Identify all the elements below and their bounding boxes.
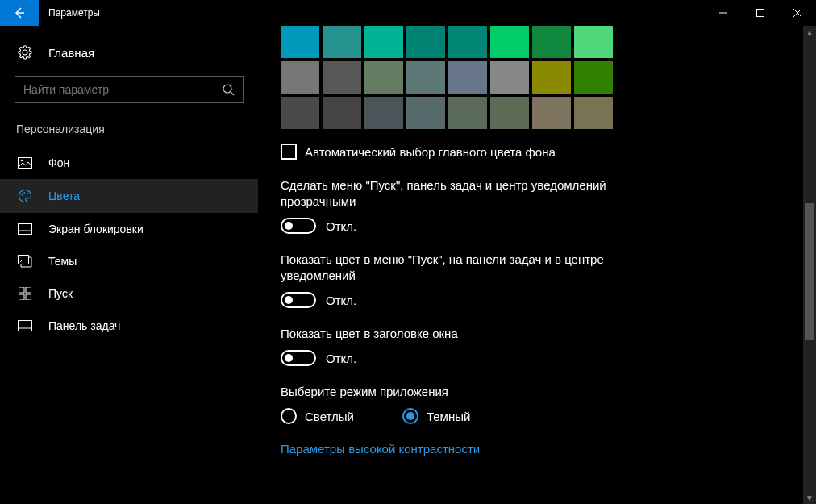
svg-point-11 bbox=[27, 193, 28, 194]
sidebar-item-label: Панель задач bbox=[48, 319, 120, 332]
sidebar-item-taskbar[interactable]: Панель задач bbox=[0, 310, 258, 342]
sidebar-item-lockscreen[interactable]: Экран блокировки bbox=[0, 213, 258, 245]
app-mode-section: Выберите режим приложения СветлыйТемный bbox=[281, 384, 627, 424]
sidebar-item-themes[interactable]: Темы bbox=[0, 245, 258, 277]
checkbox-label: Автоматический выбор главного цвета фона bbox=[305, 145, 556, 159]
toggle-label: Сделать меню "Пуск", панель задач и цент… bbox=[281, 177, 627, 210]
search-box[interactable] bbox=[15, 76, 244, 103]
color-swatch[interactable] bbox=[532, 61, 571, 94]
scroll-thumb[interactable] bbox=[805, 203, 814, 340]
svg-rect-7 bbox=[19, 158, 32, 169]
color-grid bbox=[281, 26, 816, 129]
color-swatch[interactable] bbox=[490, 97, 529, 129]
toggle-switch[interactable] bbox=[281, 350, 316, 366]
toggle-label: Показать цвет в заголовке окна bbox=[281, 326, 627, 342]
color-swatch[interactable] bbox=[532, 26, 571, 58]
svg-line-6 bbox=[231, 92, 234, 95]
svg-rect-17 bbox=[19, 294, 24, 300]
svg-point-9 bbox=[21, 194, 23, 196]
minimize-button[interactable] bbox=[705, 0, 742, 26]
radio-label: Темный bbox=[427, 410, 470, 423]
search-icon bbox=[222, 83, 235, 96]
color-swatch[interactable] bbox=[574, 97, 613, 129]
toggle-state: Откл. bbox=[326, 352, 356, 365]
window-title: Параметры bbox=[48, 7, 100, 19]
taskbar-icon bbox=[16, 320, 34, 331]
radio-button[interactable] bbox=[281, 408, 297, 424]
color-swatch[interactable] bbox=[406, 61, 445, 94]
color-swatch[interactable] bbox=[281, 97, 319, 129]
scroll-down-icon[interactable]: ▼ bbox=[803, 491, 816, 504]
toggle-switch[interactable] bbox=[281, 218, 316, 234]
titlebar: Параметры bbox=[0, 0, 816, 26]
color-swatch[interactable] bbox=[490, 26, 529, 58]
scroll-up-icon[interactable]: ▲ bbox=[803, 26, 816, 39]
color-swatch[interactable] bbox=[490, 61, 529, 94]
sidebar-item-label: Цвета bbox=[48, 190, 80, 202]
sidebar-item-label: Темы bbox=[48, 255, 77, 268]
color-swatch[interactable] bbox=[406, 97, 445, 129]
back-button[interactable] bbox=[0, 0, 39, 26]
svg-point-10 bbox=[23, 192, 25, 194]
app-mode-option[interactable]: Темный bbox=[402, 408, 470, 424]
svg-rect-15 bbox=[19, 287, 24, 293]
home-label: Главная bbox=[48, 46, 94, 60]
window-controls bbox=[705, 0, 816, 26]
gear-icon bbox=[16, 45, 34, 60]
toggle-state: Откл. bbox=[326, 219, 356, 233]
minimize-icon bbox=[719, 9, 727, 17]
sidebar-item-label: Фон bbox=[48, 156, 69, 169]
color-swatch[interactable] bbox=[532, 97, 571, 129]
sidebar-item-colors[interactable]: Цвета bbox=[0, 179, 258, 213]
home-button[interactable]: Главная bbox=[0, 37, 258, 68]
palette-icon bbox=[16, 189, 34, 203]
app-mode-label: Выберите режим приложения bbox=[281, 384, 627, 400]
radio-label: Светлый bbox=[305, 410, 354, 423]
auto-color-checkbox[interactable]: Автоматический выбор главного цвета фона bbox=[281, 144, 816, 160]
search-input[interactable] bbox=[23, 83, 222, 96]
maximize-button[interactable] bbox=[742, 0, 779, 26]
sidebar-item-start[interactable]: Пуск bbox=[0, 277, 258, 310]
svg-point-8 bbox=[21, 160, 23, 162]
svg-rect-14 bbox=[19, 256, 29, 264]
themes-icon bbox=[16, 255, 34, 268]
radio-button[interactable] bbox=[402, 408, 418, 424]
checkbox-box[interactable] bbox=[281, 144, 297, 160]
color-swatch[interactable] bbox=[364, 26, 403, 58]
color-swatch[interactable] bbox=[406, 26, 445, 58]
color-swatch[interactable] bbox=[281, 26, 319, 58]
app-mode-option[interactable]: Светлый bbox=[281, 408, 354, 424]
toggle-label: Показать цвет в меню "Пуск", на панели з… bbox=[281, 252, 627, 284]
color-swatch[interactable] bbox=[281, 61, 319, 94]
color-swatch[interactable] bbox=[323, 61, 361, 94]
start-icon bbox=[16, 287, 34, 300]
main-panel: Автоматический выбор главного цвета фона… bbox=[258, 26, 816, 504]
svg-point-5 bbox=[223, 85, 231, 93]
svg-rect-12 bbox=[19, 224, 32, 235]
color-swatch[interactable] bbox=[364, 97, 403, 129]
color-swatch[interactable] bbox=[574, 61, 613, 94]
svg-rect-18 bbox=[26, 294, 31, 300]
maximize-icon bbox=[756, 9, 764, 17]
scrollbar[interactable]: ▲ ▼ bbox=[803, 26, 816, 504]
color-swatch[interactable] bbox=[448, 26, 487, 58]
toggle-show-color-title: Показать цвет в заголовке окна Откл. bbox=[281, 326, 627, 366]
color-swatch[interactable] bbox=[448, 61, 487, 94]
svg-rect-19 bbox=[19, 321, 32, 331]
color-swatch[interactable] bbox=[323, 26, 361, 58]
toggle-switch[interactable] bbox=[281, 292, 316, 308]
lockscreen-icon bbox=[16, 223, 34, 235]
color-swatch[interactable] bbox=[323, 97, 361, 129]
close-icon bbox=[793, 9, 801, 17]
color-swatch[interactable] bbox=[574, 26, 613, 58]
arrow-left-icon bbox=[13, 6, 26, 19]
sidebar: Главная Персонализация Фон Цвета Э bbox=[0, 26, 258, 504]
section-label: Персонализация bbox=[0, 118, 258, 147]
toggle-state: Откл. bbox=[326, 294, 356, 307]
close-button[interactable] bbox=[779, 0, 816, 26]
sidebar-item-background[interactable]: Фон bbox=[0, 147, 258, 179]
sidebar-item-label: Пуск bbox=[48, 287, 73, 300]
color-swatch[interactable] bbox=[364, 61, 403, 94]
color-swatch[interactable] bbox=[448, 97, 487, 129]
high-contrast-link[interactable]: Параметры высокой контрастности bbox=[281, 442, 480, 456]
